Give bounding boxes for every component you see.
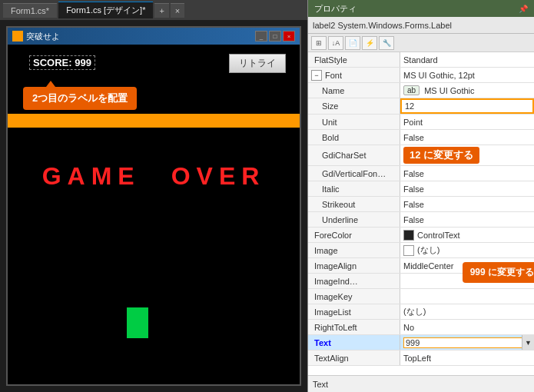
form-icon: [12, 31, 23, 42]
gdi-vert-key: GdiVerticalFon…: [308, 166, 400, 181]
gdi-charset-key: GdiCharSet: [308, 145, 400, 165]
italic-key: Italic: [308, 181, 400, 196]
properties-grid: FlatStyle Standard − Font MS UI Gothic, …: [308, 52, 534, 375]
text-input[interactable]: 999: [403, 337, 531, 348]
text-val[interactable]: 999 ▼: [400, 335, 534, 350]
tooltip-change-12-inline: 12 に変更する: [403, 147, 479, 164]
prop-row-gdicharset: GdiCharSet 12 に変更する: [308, 145, 534, 166]
properties-panel: プロパティ 📌 label2 System.Windows.Forms.Labe…: [307, 0, 534, 392]
prop-row-flatstyle: FlatStyle Standard: [308, 52, 534, 68]
form-window-controls: _ □ ×: [255, 31, 295, 42]
form-window: 突破せよ _ □ × SCORE: 999 リトライ 2つ目のラベルを配置 GA…: [6, 26, 301, 386]
prop-row-forecolor: ForeColor ControlText: [308, 228, 534, 243]
size-val[interactable]: 12 12 に変更する: [400, 98, 534, 114]
form-body: SCORE: 999 リトライ 2つ目のラベルを配置 GAME OVER: [8, 45, 300, 384]
prop-row-size: Size 12 12 に変更する: [308, 98, 534, 115]
tab-form1cs[interactable]: Form1.cs*: [3, 3, 57, 18]
form-design-area: 突破せよ _ □ × SCORE: 999 リトライ 2つ目のラベルを配置 GA…: [0, 20, 307, 392]
properties-header: プロパティ 📌: [308, 0, 534, 17]
prop-row-unit: Unit Point: [308, 115, 534, 130]
flatstyle-key: FlatStyle: [308, 52, 400, 67]
form-title-bar: 突破せよ _ □ ×: [8, 28, 300, 45]
prop-row-imagelist: ImageList (なし): [308, 304, 534, 320]
imageindex-key: ImageInd…: [308, 274, 400, 288]
unit-key: Unit: [308, 115, 400, 129]
image-swatch: [403, 245, 414, 256]
underline-val[interactable]: False: [400, 212, 534, 227]
prop-row-textalign: TextAlign TopLeft: [308, 350, 534, 366]
flatstyle-val[interactable]: Standard: [400, 52, 534, 67]
properties-status-bar: Text: [308, 375, 534, 392]
name-val[interactable]: ab MS UI Gothic: [400, 83, 534, 98]
prop-row-text: Text 999 ▼: [308, 335, 534, 350]
strikeout-val[interactable]: False: [400, 197, 534, 211]
prop-row-imagekey: ImageKey 999 に変更する: [308, 289, 534, 304]
properties-page-icon[interactable]: 📄: [345, 36, 360, 50]
textalign-val[interactable]: TopLeft: [400, 350, 534, 365]
imagealign-key: ImageAlign: [308, 258, 400, 273]
italic-val[interactable]: False: [400, 181, 534, 196]
imagelist-key: ImageList: [308, 304, 400, 319]
properties-toolbar: ⊞ ↓A 📄 ⚡ 🔧: [308, 34, 534, 52]
retry-button[interactable]: リトライ: [229, 54, 286, 73]
ide-left-panel: Form1.cs* Form1.cs [デザイン]* + × 突破せよ _ □ …: [0, 0, 307, 392]
tab-add[interactable]: +: [154, 3, 168, 18]
prop-row-name: Name ab MS UI Gothic: [308, 83, 534, 98]
events-icon[interactable]: ⚡: [362, 36, 377, 50]
categorized-icon[interactable]: ⊞: [311, 36, 327, 50]
tab-form1cs-design[interactable]: Form1.cs [デザイン]*: [58, 2, 153, 18]
bold-key: Bold: [308, 130, 400, 145]
name-badge: ab: [403, 85, 420, 95]
size-key: Size: [308, 98, 400, 114]
forecolor-key: ForeColor: [308, 228, 400, 242]
orange-stripe: [8, 114, 300, 128]
tab-close[interactable]: ×: [171, 3, 184, 18]
underline-key: Underline: [308, 212, 400, 227]
imagekey-val[interactable]: 999 に変更する: [400, 289, 534, 304]
property-pages-icon[interactable]: 🔧: [379, 36, 394, 50]
properties-title: プロパティ: [314, 3, 357, 15]
game-over-label[interactable]: GAME OVER: [8, 160, 300, 194]
image-val[interactable]: (なし): [400, 243, 534, 257]
righttoleft-val[interactable]: No: [400, 320, 534, 334]
unit-val[interactable]: Point: [400, 115, 534, 129]
prop-row-underline: Underline False: [308, 212, 534, 228]
prop-row-gdivert: GdiVerticalFon… False: [308, 166, 534, 181]
object-selector[interactable]: label2 System.Windows.Forms.Label: [308, 17, 534, 34]
righttoleft-key: RightToLeft: [308, 320, 400, 334]
prop-row-font-group: − Font MS UI Gothic, 12pt: [308, 68, 534, 83]
textalign-key: TextAlign: [308, 350, 400, 365]
maximize-button[interactable]: □: [269, 31, 281, 42]
tooltip-change-999: 999 に変更する: [463, 262, 534, 283]
gdi-charset-val[interactable]: 12 に変更する: [400, 145, 534, 165]
font-group-key: − Font: [308, 68, 400, 82]
tab-bar: Form1.cs* Form1.cs [デザイン]* + ×: [0, 0, 307, 20]
scroll-down-btn[interactable]: ▼: [522, 335, 534, 350]
imagekey-key: ImageKey: [308, 289, 400, 304]
pin-icon[interactable]: 📌: [519, 5, 528, 13]
text-key: Text: [308, 335, 400, 350]
strikeout-key: Strikeout: [308, 197, 400, 211]
prop-row-image: Image (なし): [308, 243, 534, 258]
prop-row-strikeout: Strikeout False: [308, 197, 534, 212]
minimize-button[interactable]: _: [255, 31, 267, 42]
forecolor-swatch: [403, 230, 414, 241]
prop-row-italic: Italic False: [308, 181, 534, 197]
close-button[interactable]: ×: [283, 31, 295, 42]
font-group-val[interactable]: MS UI Gothic, 12pt: [400, 68, 534, 82]
forecolor-val[interactable]: ControlText: [400, 228, 534, 242]
form-title: 突破せよ: [26, 31, 255, 42]
alphabetical-icon[interactable]: ↓A: [328, 36, 343, 50]
tooltip-place-label: 2つ目のラベルを配置: [23, 87, 137, 110]
gdi-vert-val[interactable]: False: [400, 166, 534, 181]
green-block: [127, 307, 148, 338]
score-label[interactable]: SCORE: 999: [29, 55, 95, 70]
imagelist-val[interactable]: (なし): [400, 304, 534, 319]
font-expand[interactable]: −: [311, 70, 322, 81]
bold-val[interactable]: False: [400, 130, 534, 145]
image-key: Image: [308, 243, 400, 257]
prop-row-bold: Bold False: [308, 130, 534, 145]
prop-row-righttoleft: RightToLeft No: [308, 320, 534, 335]
name-key: Name: [308, 83, 400, 98]
